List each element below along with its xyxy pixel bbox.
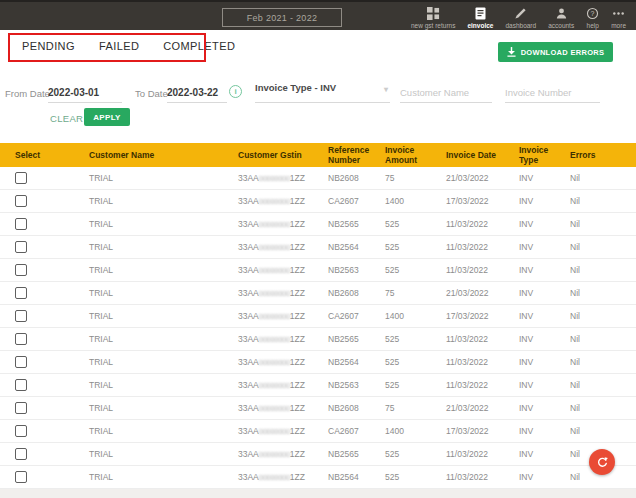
cell-invoice-amount: 525 [370, 466, 431, 489]
row-checkbox[interactable] [15, 448, 27, 460]
tab-pending[interactable]: PENDING [22, 40, 75, 52]
cell-reference-number: NB2564 [313, 236, 370, 259]
table-row: TRIAL 33AA000000001ZZ NB2565 525 11/03/2… [0, 328, 636, 351]
einvoice-page: Feb 2021 - 2022 new gst returns einvoice… [0, 0, 636, 498]
topbar-nav: new gst returns einvoice dashboard accou… [405, 3, 632, 31]
row-checkbox[interactable] [15, 425, 27, 437]
nav-item-more[interactable]: more [605, 3, 632, 29]
row-checkbox[interactable] [15, 172, 27, 184]
row-checkbox[interactable] [15, 333, 27, 345]
table-row: TRIAL 33AA000000001ZZ NB2564 525 11/03/2… [0, 351, 636, 374]
cell-reference-number: CA2607 [313, 420, 370, 443]
table-row: TRIAL 33AA000000001ZZ NB2564 525 11/03/2… [0, 466, 636, 489]
cell-customer-gstin: 33AA000000001ZZ [223, 420, 313, 443]
download-errors-button[interactable]: DOWNLOAD ERRORS [498, 42, 613, 62]
col-customer-gstin: Customer Gstin [223, 143, 313, 167]
cell-errors: Nil [555, 305, 636, 328]
row-checkbox[interactable] [15, 310, 27, 322]
cell-reference-number: NB2608 [313, 282, 370, 305]
row-checkbox[interactable] [15, 241, 27, 253]
cell-customer-gstin: 33AA000000001ZZ [223, 190, 313, 213]
chevron-down-icon: ▾ [384, 85, 388, 94]
cell-invoice-type: INV [504, 351, 555, 374]
cell-invoice-date: 17/03/2022 [431, 420, 504, 443]
nav-item-help[interactable]: ? help [580, 3, 605, 29]
topbar: Feb 2021 - 2022 new gst returns einvoice… [0, 0, 636, 30]
row-checkbox[interactable] [15, 287, 27, 299]
cell-invoice-type: INV [504, 259, 555, 282]
cell-customer-gstin: 33AA000000001ZZ [223, 328, 313, 351]
period-selector[interactable]: Feb 2021 - 2022 [222, 8, 342, 27]
cell-invoice-amount: 75 [370, 282, 431, 305]
row-checkbox[interactable] [15, 379, 27, 391]
cell-invoice-type: INV [504, 420, 555, 443]
refresh-icon [596, 456, 609, 469]
nav-item-einvoice[interactable]: einvoice [461, 3, 499, 29]
table-header-row: Select Customer Name Customer Gstin Refe… [0, 143, 636, 167]
cell-customer-gstin: 33AA000000001ZZ [223, 167, 313, 190]
nav-item-new-gst-returns[interactable]: new gst returns [405, 3, 461, 29]
cell-errors: Nil [555, 236, 636, 259]
to-date-label: To Date [135, 88, 168, 99]
gstin-redacted: 00000000 [259, 358, 290, 367]
cell-invoice-type: INV [504, 397, 555, 420]
row-checkbox[interactable] [15, 218, 27, 230]
cell-invoice-date: 17/03/2022 [431, 305, 504, 328]
cell-reference-number: NB2608 [313, 167, 370, 190]
row-checkbox[interactable] [15, 264, 27, 276]
customer-name-input[interactable] [400, 82, 492, 103]
grid-icon [427, 6, 440, 20]
invoice-type-select[interactable]: Invoice Type - INV ▾ [255, 82, 390, 103]
cell-invoice-type: INV [504, 374, 555, 397]
clear-button[interactable]: CLEAR [44, 112, 89, 125]
col-invoice-type: Invoice Type [504, 143, 555, 167]
gstin-redacted: 00000000 [259, 197, 290, 206]
cell-errors: Nil [555, 374, 636, 397]
cell-invoice-date: 11/03/2022 [431, 443, 504, 466]
nav-item-dashboard[interactable]: dashboard [499, 3, 542, 29]
filter-bar: From Date To Date i Invoice Type - INV ▾ [0, 82, 636, 104]
person-icon [555, 6, 568, 20]
row-checkbox[interactable] [15, 356, 27, 368]
cell-errors: Nil [555, 397, 636, 420]
nav-label: dashboard [505, 22, 536, 29]
cell-errors: Nil [555, 420, 636, 443]
cell-reference-number: NB2563 [313, 259, 370, 282]
table-row: TRIAL 33AA000000001ZZ NB2563 525 11/03/2… [0, 374, 636, 397]
from-date-input[interactable] [48, 82, 122, 103]
cell-reference-number: CA2607 [313, 190, 370, 213]
table-row: TRIAL 33AA000000001ZZ NB2564 525 11/03/2… [0, 236, 636, 259]
cell-errors: Nil [555, 190, 636, 213]
row-checkbox[interactable] [15, 402, 27, 414]
info-icon[interactable]: i [229, 85, 242, 98]
table-row: TRIAL 33AA000000001ZZ NB2608 75 21/03/20… [0, 167, 636, 190]
invoice-table-body: TRIAL 33AA000000001ZZ NB2608 75 21/03/20… [0, 167, 636, 489]
cell-customer-gstin: 33AA000000001ZZ [223, 305, 313, 328]
cell-customer-gstin: 33AA000000001ZZ [223, 443, 313, 466]
cell-customer-name: TRIAL [74, 190, 223, 213]
nav-item-accounts[interactable]: accounts [542, 3, 580, 29]
cell-customer-gstin: 33AA000000001ZZ [223, 259, 313, 282]
apply-button[interactable]: APPLY [84, 108, 130, 126]
gstin-redacted: 00000000 [259, 404, 290, 413]
table-row: TRIAL 33AA000000001ZZ CA2607 1400 17/03/… [0, 305, 636, 328]
gstin-redacted: 00000000 [259, 312, 290, 321]
cell-invoice-amount: 1400 [370, 190, 431, 213]
cell-reference-number: NB2565 [313, 328, 370, 351]
cell-customer-name: TRIAL [74, 213, 223, 236]
to-date-input[interactable] [167, 82, 227, 103]
invoice-number-input[interactable] [505, 82, 600, 103]
cell-invoice-amount: 1400 [370, 420, 431, 443]
cell-invoice-type: INV [504, 466, 555, 489]
cell-customer-name: TRIAL [74, 351, 223, 374]
cell-invoice-type: INV [504, 213, 555, 236]
row-checkbox[interactable] [15, 471, 27, 483]
row-checkbox[interactable] [15, 195, 27, 207]
col-reference-number: Reference Number [313, 143, 370, 167]
tab-completed[interactable]: COMPLETED [163, 40, 235, 52]
cell-invoice-date: 21/03/2022 [431, 397, 504, 420]
col-select: Select [0, 143, 74, 167]
cell-customer-name: TRIAL [74, 167, 223, 190]
refresh-fab[interactable] [589, 449, 615, 475]
tab-failed[interactable]: FAILED [99, 40, 139, 52]
